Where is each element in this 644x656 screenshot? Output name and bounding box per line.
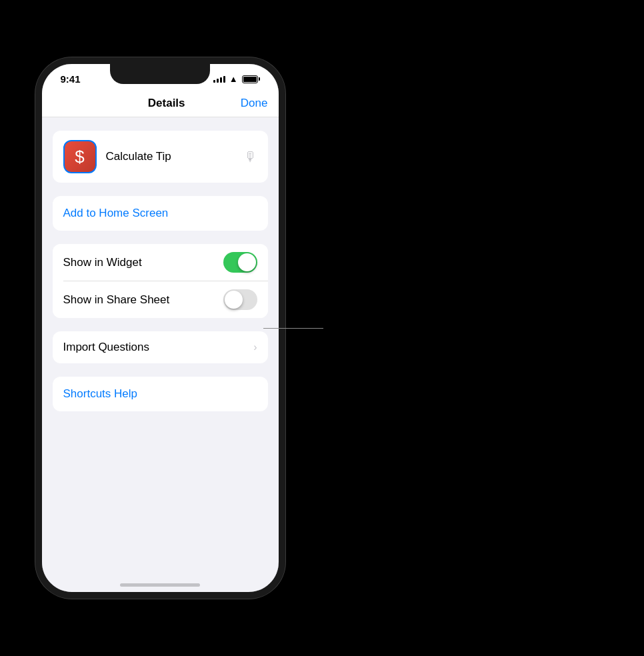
show-in-widget-row: Show in Widget	[53, 244, 268, 281]
battery-icon	[242, 75, 260, 83]
show-in-widget-toggle[interactable]	[223, 252, 257, 273]
app-icon[interactable]: $	[63, 140, 97, 173]
add-home-screen-row[interactable]: Add to Home Screen	[53, 196, 268, 231]
toggle-knob-2	[225, 291, 243, 309]
show-in-widget-label: Show in Widget	[63, 256, 223, 269]
notch	[110, 64, 210, 84]
nav-title: Details	[148, 97, 185, 110]
done-button[interactable]: Done	[241, 97, 268, 110]
chevron-right-icon: ›	[253, 341, 257, 353]
phone-frame: 9:41 ▲	[35, 57, 285, 599]
import-questions-section: Import Questions ›	[53, 331, 268, 363]
navigation-bar: Details Done	[42, 90, 279, 117]
import-questions-row[interactable]: Import Questions ›	[53, 331, 268, 363]
microphone-icon[interactable]: 🎙	[244, 149, 257, 165]
signal-bar-4	[223, 76, 225, 83]
status-icons: ▲	[213, 74, 260, 84]
signal-bar-2	[217, 79, 219, 83]
show-in-share-sheet-toggle[interactable]	[223, 289, 257, 310]
shortcuts-help-label: Shortcuts Help	[63, 387, 138, 401]
signal-bar-1	[213, 80, 215, 83]
status-time: 9:41	[61, 73, 81, 85]
content-area: $ Calculate Tip 🎙 Add to Home Screen S	[42, 117, 279, 592]
add-home-section: Add to Home Screen	[53, 196, 268, 231]
volume-up-button[interactable]	[35, 164, 36, 187]
signal-bar-3	[220, 77, 222, 83]
app-name: Calculate Tip	[106, 150, 244, 163]
import-questions-label: Import Questions	[63, 341, 254, 354]
add-home-screen-label: Add to Home Screen	[63, 207, 169, 220]
signal-bars-icon	[213, 76, 225, 83]
show-in-share-sheet-row: Show in Share Sheet	[53, 281, 268, 318]
show-in-share-sheet-label: Show in Share Sheet	[63, 293, 223, 307]
home-indicator	[120, 583, 200, 587]
annotation-line	[263, 328, 323, 329]
toggles-section: Show in Widget Show in Share Sheet	[53, 244, 268, 318]
shortcuts-help-row[interactable]: Shortcuts Help	[53, 377, 268, 411]
phone-screen: 9:41 ▲	[42, 64, 279, 592]
wifi-icon: ▲	[229, 74, 238, 84]
silent-button[interactable]	[35, 137, 36, 154]
dollar-sign-icon: $	[75, 147, 84, 167]
app-info-section: $ Calculate Tip 🎙	[53, 131, 268, 183]
shortcuts-help-section: Shortcuts Help	[53, 377, 268, 411]
app-row: $ Calculate Tip 🎙	[53, 131, 268, 183]
toggle-knob	[238, 253, 256, 271]
power-button[interactable]	[285, 177, 285, 221]
volume-down-button[interactable]	[35, 197, 36, 221]
